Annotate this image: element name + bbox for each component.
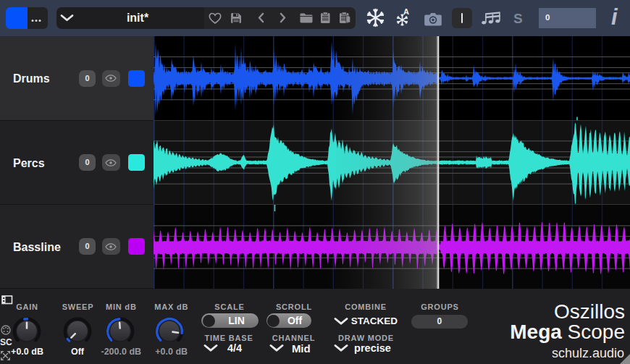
- svg-text:A: A: [403, 7, 409, 16]
